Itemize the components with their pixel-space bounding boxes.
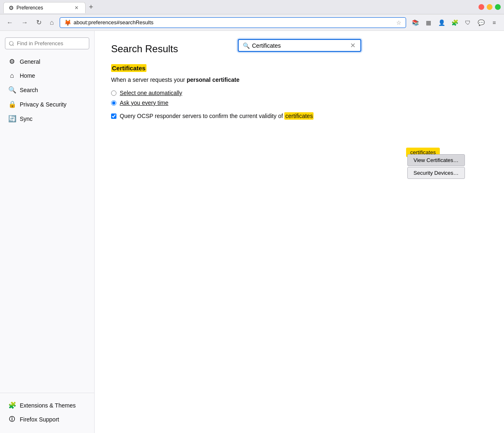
radio-select-auto[interactable] (111, 90, 116, 96)
cert-buttons: View Certificates… Security Devices… (407, 154, 465, 179)
browser-frame: ⚙ Preferences ✕ + ← → ↻ ⌂ 🦊 ☆ 📚 ▦ 👤 🧩 � (0, 0, 504, 433)
shield-button[interactable]: 🛡 (462, 17, 474, 28)
window-controls (478, 4, 501, 10)
sidebar-toggle-button[interactable]: ▦ (423, 17, 434, 28)
browser-content: ⚙ General ⌂ Home 🔍 Search 🔒 Privacy & Se… (0, 31, 504, 433)
home-icon: ⌂ (8, 72, 16, 79)
radio-item-auto: Select one automatically (111, 90, 488, 96)
active-tab[interactable]: ⚙ Preferences ✕ (3, 2, 86, 13)
sidebar-item-support-label: Firefox Support (20, 416, 59, 423)
address-bar-input[interactable] (74, 19, 394, 25)
cert-description-prefix: When a server requests your (111, 76, 187, 83)
sidebar-item-search[interactable]: 🔍 Search (0, 83, 94, 97)
reload-button[interactable]: ↻ (34, 17, 44, 28)
radio-item-ask: Ask you every time (111, 100, 488, 106)
checkbox-row: Query OCSP responder servers to confirm … (111, 113, 488, 119)
sidebar-item-extensions-label: Extensions & Themes (20, 402, 76, 409)
ocsp-checkbox[interactable] (111, 113, 116, 119)
sidebar: ⚙ General ⌂ Home 🔍 Search 🔒 Privacy & Se… (0, 31, 95, 433)
cert-description: When a server requests your personal cer… (111, 76, 488, 83)
certificates-section: Certificates When a server requests your… (111, 65, 488, 119)
sidebar-item-sync-label: Sync (20, 116, 33, 122)
sidebar-search-input[interactable] (5, 37, 89, 49)
sidebar-item-general-label: General (20, 58, 40, 65)
sidebar-item-general[interactable]: ⚙ General (0, 54, 94, 69)
certificates-heading: Certificates (111, 65, 488, 72)
radio-ask-label[interactable]: Ask you every time (120, 100, 168, 106)
tab-icon: ⚙ (9, 5, 14, 11)
sidebar-item-support[interactable]: ⓘ Firefox Support (0, 412, 94, 426)
lock-icon: 🔒 (8, 100, 16, 108)
radio-group: Select one automatically Ask you every t… (111, 90, 488, 106)
certificates-highlight: Certificates (111, 64, 146, 72)
general-icon: ⚙ (8, 58, 16, 65)
sidebar-item-home-label: Home (20, 72, 35, 79)
tab-title: Preferences (16, 5, 43, 11)
back-button[interactable]: ← (4, 17, 16, 28)
radio-auto-label[interactable]: Select one automatically (120, 90, 182, 96)
radio-ask-every-time[interactable] (111, 100, 116, 106)
support-icon: ⓘ (8, 416, 16, 423)
sidebar-item-extensions[interactable]: 🧩 Extensions & Themes (0, 398, 94, 412)
menu-button[interactable]: ≡ (488, 17, 500, 28)
toolbar-icons: 📚 ▦ 👤 🧩 🛡 💬 ≡ (409, 17, 500, 28)
sidebar-item-privacy[interactable]: 🔒 Privacy & Security (0, 97, 94, 111)
sync-icon: 🔄 (8, 115, 16, 123)
search-clear-button[interactable]: ✕ (349, 42, 356, 49)
sidebar-item-sync[interactable]: 🔄 Sync (0, 111, 94, 126)
address-bar-container: 🦊 ☆ (60, 17, 406, 28)
ocsp-label[interactable]: Query OCSP responder servers to confirm … (120, 113, 314, 119)
tab-close-button[interactable]: ✕ (73, 4, 80, 12)
sidebar-search-container (0, 37, 94, 54)
navigation-bar: ← → ↻ ⌂ 🦊 ☆ 📚 ▦ 👤 🧩 🛡 💬 ≡ (0, 14, 504, 31)
sidebar-item-home[interactable]: ⌂ Home (0, 69, 94, 83)
view-certificates-button[interactable]: View Certificates… (407, 154, 465, 166)
addons-button[interactable]: 🧩 (449, 17, 460, 28)
main-panel: 🔍 ✕ Search Results Certificates When a s… (95, 31, 504, 433)
security-devices-button[interactable]: Security Devices… (407, 167, 465, 179)
window-minimize-button[interactable] (487, 4, 492, 10)
search-icon: 🔍 (8, 86, 16, 94)
sidebar-item-privacy-label: Privacy & Security (20, 101, 67, 108)
window-maximize-button[interactable] (495, 4, 501, 10)
window-close-button[interactable] (478, 4, 484, 10)
ocsp-highlight: certificates (284, 112, 314, 120)
new-tab-button[interactable]: + (86, 1, 97, 13)
firefox-logo-icon: 🦊 (64, 19, 71, 26)
account-button[interactable]: 👤 (436, 17, 447, 28)
cert-description-bold: personal certificate (187, 76, 239, 83)
home-button[interactable]: ⌂ (47, 17, 56, 28)
sidebar-footer: 🧩 Extensions & Themes ⓘ Firefox Support (0, 393, 94, 426)
search-magnifier-icon: 🔍 (243, 42, 250, 49)
skype-button[interactable]: 💬 (475, 17, 487, 28)
ocsp-label-prefix: Query OCSP responder servers to confirm … (120, 113, 284, 119)
extensions-icon: 🧩 (8, 401, 16, 409)
sidebar-item-search-label: Search (20, 87, 38, 93)
title-bar: ⚙ Preferences ✕ + (0, 0, 504, 14)
content-search-container: 🔍 ✕ (238, 39, 361, 52)
content-search-input[interactable] (252, 42, 347, 49)
bookmark-star-button[interactable]: ☆ (396, 19, 402, 26)
forward-button[interactable]: → (19, 17, 30, 28)
library-button[interactable]: 📚 (409, 17, 421, 28)
tab-bar: ⚙ Preferences ✕ + (3, 1, 475, 13)
